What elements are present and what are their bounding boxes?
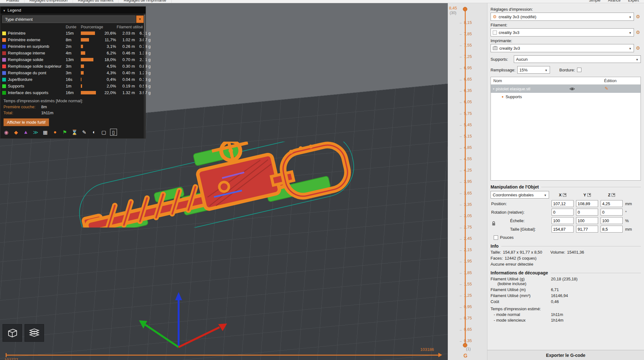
printer-gear-button[interactable] [635,45,641,51]
taille-global-x-field[interactable] [552,226,574,233]
layer-tick[interactable]: 7,85 [460,31,486,36]
layer-slider[interactable]: 8,45 (30) 8,157,857,557,256,956,656,356,… [448,3,487,360]
layer-tick[interactable]: 7,25 [460,54,486,59]
tab-r-glages-d-impression[interactable]: Réglages d'impression [25,0,73,3]
position-z-field[interactable] [601,200,623,207]
color-change-toggle-icon[interactable]: ● [52,129,58,136]
layers-toggle-icon[interactable]: ≫ [32,129,39,136]
manip-label: Position: [491,201,549,206]
axis-letter-z: Z [608,193,611,197]
layer-tick[interactable]: 6,95 [460,66,486,70]
chelle-y-field[interactable] [576,217,598,224]
layer-tick[interactable]: 8,15 [460,20,486,25]
mode-simple[interactable]: Simple [585,0,604,3]
layer-tick[interactable]: 1,25 [460,293,486,297]
infill-toggle-icon[interactable]: ▦ [42,129,49,136]
tick-label: 0,35 [464,338,472,343]
rotation-relative-x-field[interactable] [552,209,574,216]
tick-mark-icon [460,20,462,25]
layer-tick[interactable]: 4,25 [460,168,486,172]
layer-tick[interactable]: 3,35 [460,202,486,206]
legend-type-dropdown-button[interactable] [136,15,144,23]
layer-tick[interactable]: 5,45 [460,122,486,127]
layer-tick[interactable]: 5,15 [460,134,486,138]
view-layers-button[interactable] [25,324,44,342]
tab-r-glages-de-l-imprimante[interactable]: Réglages de l'imprimante [119,0,171,3]
coordinate-mode-combo[interactable]: Coordonnées globales [491,191,549,199]
edit-object-icon[interactable] [605,86,608,91]
layer-tick[interactable]: 6,05 [460,100,486,104]
rotation-relative-z-field[interactable] [601,209,623,216]
object-row-supports[interactable]: Supports [491,93,641,100]
layer-tick[interactable]: 3,95 [460,179,486,184]
object-row-selected[interactable]: pistolet elasique.stl [491,85,641,93]
tick-mark-icon [460,236,462,241]
layer-tick[interactable]: 2,15 [460,248,486,252]
wireframe-toggle-icon[interactable]: ▢ [100,129,107,136]
taille-global-z-field[interactable] [601,226,623,233]
seams-toggle-icon[interactable]: ◉ [3,129,10,136]
layer-tick[interactable]: 6,65 [460,77,486,82]
mode-expert[interactable]: Expert [624,0,643,3]
taille-global-y-field[interactable] [576,226,598,233]
legend-type-select[interactable]: Type d'élément [2,15,136,23]
chelle-z-field[interactable] [601,217,623,224]
stealth-mode-button[interactable]: Afficher le mode furtif [3,118,49,126]
legend-title-bar[interactable]: Legend [0,7,146,14]
supports-toggle-icon[interactable]: ▲ [22,129,29,136]
layer-tick[interactable]: 0,65 [460,327,486,332]
shells-toggle-icon[interactable]: ◐ [91,129,97,136]
export-gcode-button[interactable]: Exporter le G-code [487,350,644,360]
time-toggle-icon[interactable]: ⌛ [71,129,78,136]
layer-tick[interactable]: 1,95 [460,259,486,263]
slicing-row-filament-utilis-g: Filament Utilisé (g)(bobine incluse)20,1… [491,277,641,286]
brim-checkbox[interactable] [577,68,581,72]
layer-tick[interactable]: 7,55 [460,43,486,47]
layer-tick[interactable]: 5,75 [460,111,486,115]
print-settings-gear-button[interactable] [635,14,641,20]
collapse-caret-icon[interactable] [493,87,495,91]
layer-slider-upper-handle[interactable] [463,7,467,11]
layer-tick[interactable]: 4,55 [460,157,486,161]
filament-gear-button[interactable] [635,30,641,35]
layer-tick[interactable]: 2,45 [460,236,486,241]
layer-tick[interactable]: 1,85 [460,270,486,275]
print-settings-combo[interactable]: creality 3v3 (modifié) [491,13,634,21]
view-3d-button[interactable] [3,324,22,342]
layer-tick[interactable]: 0,35 [460,339,486,343]
axis-box-icon [612,193,615,197]
slicing-label: Filament Utilisé (g)(bobine incluse) [491,277,551,286]
tab-plateau[interactable]: Plateau [1,0,25,3]
gcode-move-slider[interactable] [6,355,441,356]
viewport-3d[interactable]: Legend Type d'élément Durée Pourcentage … [0,3,448,360]
layer-tick[interactable]: 6,35 [460,88,486,93]
mode-avanc[interactable]: Avancé [604,0,625,3]
position-x-field[interactable] [552,200,574,207]
layer-tick[interactable]: 2,75 [460,225,486,229]
retractions-toggle-icon[interactable]: ◆ [13,129,19,136]
layer-tick[interactable]: 0,75 [460,316,486,320]
exit-preview-icon[interactable]: ▯ [110,129,117,136]
uniform-scale-lock-icon[interactable] [492,221,496,226]
layer-tick[interactable]: 4,85 [460,145,486,150]
tab-r-glages-du-filament[interactable]: Réglages du filament [73,0,119,3]
legend-scrollbar[interactable] [144,14,146,138]
eye-visibility-icon[interactable] [569,87,575,92]
position-y-field[interactable] [576,200,598,207]
inches-checkbox[interactable] [494,235,498,240]
custom-gcode-toggle-icon[interactable]: ✎ [81,129,88,136]
filament-combo[interactable]: creality 3v3 [491,28,634,37]
pause-toggle-icon[interactable]: ⚑ [61,129,68,136]
layer-tick[interactable]: 1,55 [460,282,486,286]
supports-combo[interactable]: Aucun [514,55,641,63]
infill-combo[interactable]: 15% [517,66,550,74]
chelle-x-field[interactable] [552,217,574,224]
layer-tick[interactable]: 0,95 [460,305,486,309]
printer-combo[interactable]: creality 3v3 [491,44,634,52]
layer-tick[interactable]: 3,65 [460,191,486,195]
sliced-model-pistol[interactable] [74,142,357,228]
layer-tick[interactable]: 3,05 [460,213,486,218]
coordinate-mode-value: Coordonnées globales [493,193,541,197]
filament-value: creality 3v3 [499,30,626,35]
rotation-relative-y-field[interactable] [576,209,598,216]
